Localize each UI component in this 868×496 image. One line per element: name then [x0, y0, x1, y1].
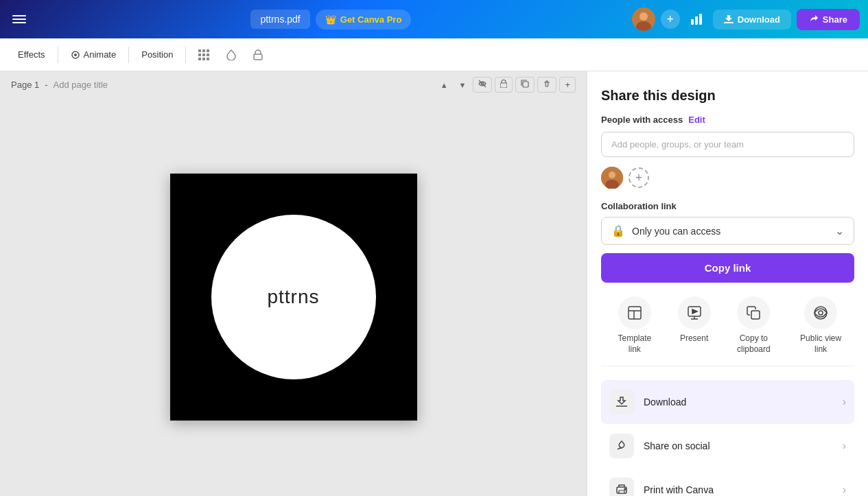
canvas-wrapper: pttrns [0, 98, 587, 496]
quick-actions: Template link Present [601, 296, 854, 366]
svg-rect-20 [207, 58, 209, 60]
collab-dropdown[interactable]: 🔒 Only you can access ⌄ [601, 217, 854, 245]
topbar: pttrns.pdf 👑 Get Canva Pro + Download [0, 0, 868, 38]
svg-marker-35 [692, 309, 697, 314]
svg-rect-19 [202, 58, 205, 60]
animate-label: Animate [84, 49, 117, 60]
topbar-center: pttrns.pdf 👑 Get Canva Pro [36, 10, 626, 29]
svg-point-4 [640, 12, 648, 21]
svg-rect-8 [699, 14, 702, 25]
svg-rect-6 [691, 19, 694, 25]
template-link-action[interactable]: Template link [611, 296, 659, 355]
position-label: Position [141, 49, 173, 60]
page-separator: - [45, 80, 47, 90]
svg-rect-21 [254, 54, 262, 60]
svg-rect-14 [207, 49, 209, 52]
svg-rect-9 [724, 22, 734, 23]
panel-title: Share this design [601, 88, 854, 104]
svg-rect-15 [198, 54, 201, 56]
toolbar-separator-2 [128, 47, 129, 63]
lock-icon: 🔒 [611, 224, 625, 237]
analytics-button[interactable] [685, 8, 707, 30]
crown-icon: 👑 [325, 14, 336, 25]
present-action[interactable]: Present [678, 296, 711, 355]
position-button[interactable]: Position [134, 45, 180, 64]
page-down-button[interactable]: ▼ [455, 77, 471, 93]
download-button[interactable]: Download [713, 10, 791, 29]
social-chevron-icon: › [843, 440, 846, 452]
animate-button[interactable]: Animate [64, 45, 124, 64]
topbar-right: + Download Share [632, 8, 860, 31]
edit-link[interactable]: Edit [688, 115, 705, 125]
svg-rect-13 [202, 49, 205, 52]
share-social-icon [609, 434, 634, 458]
canvas-area: Page 1 - Add page title ▲ ▼ + [0, 71, 587, 496]
present-label: Present [680, 333, 708, 344]
page-number: Page 1 [11, 80, 39, 90]
toolbar-separator-3 [185, 47, 186, 63]
svg-rect-18 [198, 58, 201, 60]
svg-rect-41 [619, 491, 624, 493]
copy-icon [737, 296, 770, 329]
chevron-down-icon: ⌄ [835, 224, 844, 237]
page-copy-button[interactable] [515, 77, 535, 93]
toolbar-separator-1 [58, 47, 58, 63]
download-item[interactable]: Download › [601, 380, 854, 424]
people-access-label: People with access [601, 115, 683, 125]
page-controls: ▲ ▼ + [436, 77, 576, 93]
page-hide-button[interactable] [473, 77, 492, 93]
svg-rect-29 [629, 307, 641, 319]
copy-link-label: Copy link [705, 262, 751, 274]
avatar-row: + [601, 167, 854, 189]
effects-button[interactable]: Effects [11, 45, 52, 64]
svg-rect-2 [12, 22, 26, 23]
topbar-left [8, 8, 30, 30]
file-name: pttrns.pdf [250, 10, 309, 29]
toolbar: Effects Animate Position [0, 38, 868, 71]
add-person-button[interactable]: + [629, 167, 649, 188]
public-view-action[interactable]: Public view link [797, 296, 845, 355]
collab-dropdown-left: 🔒 Only you can access [611, 224, 720, 237]
menu-button[interactable] [8, 8, 30, 30]
share-button[interactable]: Share [797, 9, 860, 30]
print-canva-item[interactable]: Print with Canva › [601, 468, 854, 496]
copy-link-button[interactable]: Copy link [601, 253, 854, 283]
public-view-label: Public view link [797, 333, 845, 355]
paint-button[interactable] [219, 45, 244, 64]
circle-content: pttrns [211, 215, 376, 379]
print-label: Print with Canva [644, 484, 833, 495]
print-chevron-icon: › [843, 484, 846, 496]
svg-point-38 [819, 311, 823, 315]
svg-rect-0 [12, 15, 26, 16]
effects-label: Effects [18, 49, 45, 60]
people-access-header: People with access Edit [601, 115, 854, 125]
action-list: Download › Share on social › [601, 380, 854, 496]
template-label: Template link [611, 333, 659, 355]
lock-button[interactable] [246, 45, 270, 64]
page-title-bar: Page 1 - Add page title ▲ ▼ + [0, 71, 587, 98]
download-icon [609, 390, 634, 414]
svg-rect-25 [523, 82, 528, 87]
svg-point-27 [609, 172, 615, 178]
page-delete-button[interactable] [537, 77, 556, 93]
svg-rect-17 [207, 54, 209, 56]
print-icon [609, 477, 634, 496]
copy-clipboard-action[interactable]: Copy to clipboard [729, 296, 777, 355]
svg-rect-36 [751, 311, 760, 319]
page-up-button[interactable]: ▲ [436, 77, 452, 93]
user-avatar [601, 167, 623, 189]
share-social-item[interactable]: Share on social › [601, 424, 854, 468]
canva-pro-button[interactable]: 👑 Get Canva Pro [316, 10, 412, 29]
svg-rect-12 [198, 49, 201, 52]
share-label: Share [823, 14, 847, 25]
pattern-button[interactable] [191, 45, 216, 64]
add-page-title[interactable]: Add page title [54, 80, 108, 90]
page-lock-button[interactable] [495, 77, 513, 93]
share-panel: Share this design People with access Edi… [587, 71, 868, 496]
svg-rect-7 [695, 16, 698, 25]
page-add-button[interactable]: + [559, 77, 576, 93]
add-people-input[interactable] [601, 132, 854, 157]
add-button[interactable]: + [661, 10, 680, 29]
download-chevron-icon: › [843, 396, 846, 408]
svg-point-42 [624, 488, 626, 490]
